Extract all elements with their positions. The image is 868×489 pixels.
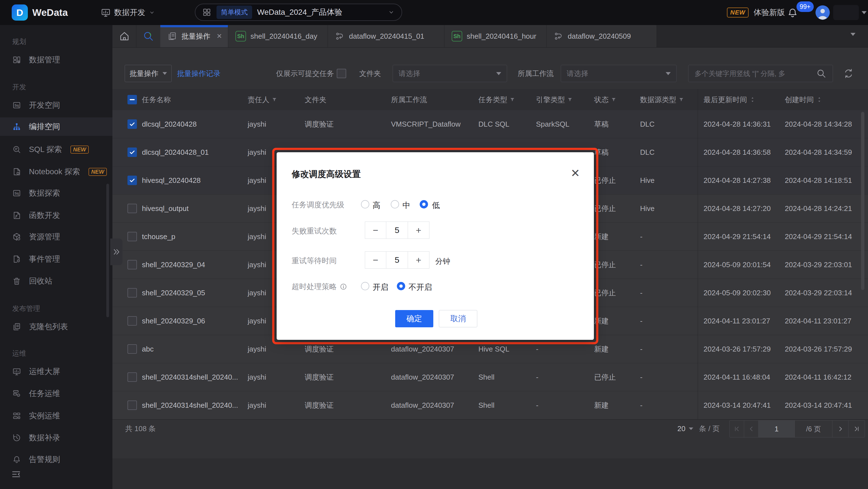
increment-button[interactable]: + [408, 222, 429, 239]
search-input[interactable] [694, 69, 815, 78]
table-row[interactable]: dlcsql_20240428jayshi调度验证VMSCRIPT_Datafl… [113, 110, 868, 138]
cell-name[interactable]: shell_20240329_05 [142, 279, 205, 307]
prev-page-button[interactable] [744, 421, 758, 437]
collapse-menu-icon[interactable] [11, 469, 21, 479]
sidebar-item-clone-package-list[interactable]: 克隆包列表 [0, 317, 113, 336]
first-page-button[interactable] [730, 421, 744, 437]
sidebar-item-task-ops[interactable]: 任务运维 [0, 384, 113, 403]
radio-priority-high[interactable] [361, 200, 369, 209]
row-checkbox[interactable] [127, 400, 137, 410]
cell-name[interactable]: shell_20240314shell_20240... [142, 391, 238, 420]
select-all-checkbox[interactable] [127, 95, 137, 104]
last-page-button[interactable] [848, 421, 865, 437]
cell-type: Shell [478, 363, 495, 391]
row-checkbox[interactable] [127, 176, 137, 185]
nav-menu-data-dev[interactable]: 数据开发 [101, 0, 155, 25]
table-row[interactable]: shell_20240314shell_20240...jayshi调度验证da… [113, 391, 868, 420]
page-size-select[interactable]: 20 [677, 420, 693, 438]
close-icon[interactable]: ✕ [570, 167, 580, 180]
only-submittable-checkbox[interactable] [337, 69, 346, 78]
row-checkbox[interactable] [127, 119, 137, 129]
bell-icon[interactable] [787, 7, 798, 19]
cell-name[interactable]: abc [142, 335, 154, 363]
cell-name[interactable]: dlcsql_20240428_01 [142, 138, 209, 166]
retry-count-value[interactable]: 5 [386, 222, 408, 239]
cell-name[interactable]: dlcsql_20240428 [142, 110, 197, 138]
cell-name[interactable]: hivesql_20240428 [142, 166, 200, 194]
workspace-switcher[interactable]: 简单模式 WeData_2024_产品体验 [195, 4, 402, 21]
cell-name[interactable]: hivesql_output [142, 194, 189, 223]
cell-name[interactable]: shell_20240329_06 [142, 307, 205, 335]
wait-time-value[interactable]: 5 [386, 252, 408, 268]
decrement-button[interactable]: − [365, 222, 386, 239]
row-checkbox[interactable] [127, 344, 137, 354]
sort-icon[interactable] [749, 96, 756, 103]
sidebar-item-recycle-bin[interactable]: 回收站 [0, 272, 113, 290]
batch-operation-button[interactable]: 批量操作 [125, 65, 172, 82]
sidebar-item-event-management[interactable]: 事件管理 [0, 250, 113, 268]
home-tab[interactable] [113, 25, 136, 47]
wait-time-label: 重试等待时间 [292, 256, 337, 266]
row-checkbox[interactable] [127, 232, 137, 241]
current-page-input[interactable]: 1 [758, 421, 795, 437]
cell-name[interactable]: shell_20240329_04 [142, 251, 205, 279]
cell-name[interactable]: tchouse_p [142, 223, 175, 251]
data-management-icon [12, 55, 21, 64]
sidebar-item-sql-explore[interactable]: SQL 探索NEW [0, 140, 113, 159]
search-icon[interactable] [816, 68, 827, 79]
tab-dataflow-20240509[interactable]: dataflow_20240509 [547, 25, 657, 47]
avatar[interactable] [815, 5, 831, 20]
tab-dataflow-20240415-01[interactable]: dataflow_20240415_01 [328, 25, 444, 47]
table-row[interactable]: shell_20240314shell_20240...jayshi调度验证da… [113, 363, 868, 391]
try-new-version-link[interactable]: 体验新版 [754, 0, 785, 25]
user-name-box[interactable] [833, 5, 859, 20]
cancel-button[interactable]: 取消 [439, 310, 477, 327]
chevron-down-icon[interactable] [862, 11, 867, 14]
next-page-button[interactable] [832, 421, 848, 437]
radio-priority-low[interactable] [420, 200, 428, 209]
row-checkbox[interactable] [127, 204, 137, 213]
filter-icon[interactable] [567, 97, 573, 102]
sort-icon[interactable] [816, 96, 823, 103]
cell-name[interactable]: shell_20240314shell_20240... [142, 363, 238, 391]
filter-icon[interactable] [509, 97, 515, 102]
increment-button[interactable]: + [408, 252, 429, 268]
sidebar-item-ops-dashboard[interactable]: 运维大屏 [0, 362, 113, 381]
sidebar-item-orchestration-space[interactable]: 编排空间 [0, 118, 113, 136]
filter-icon[interactable] [611, 97, 616, 102]
sidebar-item-instance-ops[interactable]: 实例运维 [0, 407, 113, 425]
sidebar-item-alarm-rules[interactable]: 告警规则 [0, 450, 113, 469]
sidebar-expand-handle[interactable] [110, 239, 122, 265]
radio-timeout-on[interactable] [361, 282, 369, 290]
sidebar-item-notebook-explore[interactable]: Notebook 探索NEW [0, 162, 113, 181]
decrement-button[interactable]: − [365, 252, 386, 268]
radio-timeout-off[interactable] [397, 282, 405, 290]
close-icon[interactable]: ✕ [217, 32, 222, 40]
tab-batch-operation[interactable]: 批量操作✕ [160, 25, 228, 47]
sidebar-item-function-dev[interactable]: 函数开发 [0, 206, 113, 224]
row-checkbox[interactable] [127, 148, 137, 157]
info-icon[interactable] [340, 283, 347, 291]
confirm-button[interactable]: 确定 [395, 310, 433, 327]
search-tab[interactable] [136, 25, 161, 47]
sidebar-item-dev-space[interactable]: Sq开发空间 [0, 96, 113, 114]
sidebar-item-data-backfill[interactable]: 数据补录 [0, 429, 113, 447]
filter-icon[interactable] [679, 97, 684, 102]
row-checkbox[interactable] [127, 372, 137, 382]
row-checkbox[interactable] [127, 316, 137, 326]
tab-shell-20240416-day[interactable]: Shshell_20240416_day [228, 25, 328, 47]
sidebar-item-data-explore[interactable]: Sq数据探索 [0, 184, 113, 202]
refresh-icon[interactable] [843, 68, 854, 79]
table-scrollbar[interactable] [861, 112, 864, 290]
batch-record-link[interactable]: 批量操作记录 [177, 65, 220, 82]
row-checkbox[interactable] [127, 260, 137, 269]
folder-select[interactable]: 请选择 [393, 65, 507, 82]
tab-overflow-button[interactable] [850, 33, 856, 36]
radio-priority-medium[interactable] [391, 200, 399, 209]
sidebar-item-data-management[interactable]: 数据管理 [0, 51, 113, 69]
tab-shell-20240416-hour[interactable]: Shshell_20240416_hour [444, 25, 547, 47]
workflow-select[interactable]: 请选择 [561, 65, 677, 82]
row-checkbox[interactable] [127, 288, 137, 298]
filter-icon[interactable] [272, 97, 277, 102]
sidebar-item-resource-management[interactable]: 资源管理 [0, 228, 113, 246]
